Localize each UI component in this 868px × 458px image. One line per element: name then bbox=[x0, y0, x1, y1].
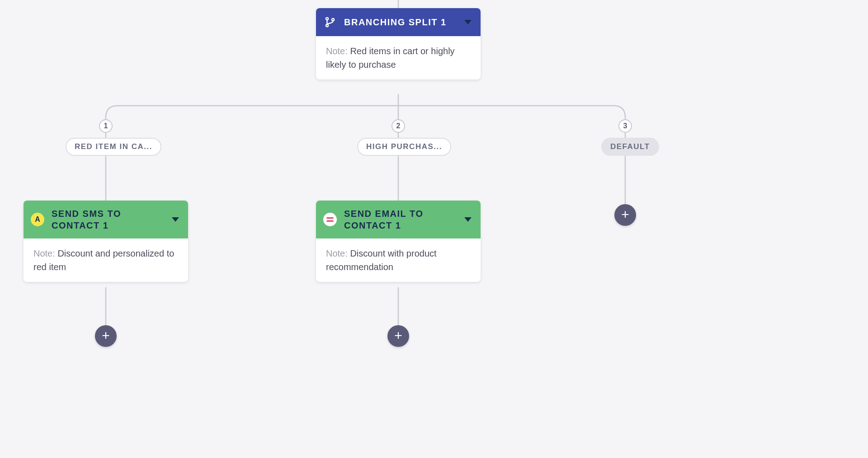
branch-icon bbox=[323, 15, 337, 29]
note-label: Note: bbox=[326, 248, 348, 258]
add-step-button[interactable] bbox=[387, 325, 409, 347]
svg-point-2 bbox=[332, 19, 334, 21]
branching-split-note: Note: Red items in cart or highly likely… bbox=[316, 36, 481, 79]
branch-condition-pill[interactable]: HIGH PURCHAS... bbox=[357, 138, 451, 156]
send-email-header[interactable]: SEND EMAIL TO CONTACT 1 bbox=[316, 201, 481, 238]
send-sms-node[interactable]: A SEND SMS TO CONTACT 1 Note: Discount a… bbox=[24, 201, 188, 282]
svg-point-0 bbox=[326, 18, 328, 20]
send-sms-header[interactable]: A SEND SMS TO CONTACT 1 bbox=[24, 201, 188, 238]
note-label: Note: bbox=[326, 46, 348, 56]
note-label: Note: bbox=[33, 248, 55, 258]
chevron-down-icon bbox=[464, 217, 472, 222]
branch-number-badge: 3 bbox=[618, 119, 632, 133]
chevron-down-icon bbox=[464, 20, 472, 24]
email-provider-icon bbox=[323, 213, 337, 226]
svg-rect-3 bbox=[327, 217, 334, 219]
send-sms-title: SEND SMS TO CONTACT 1 bbox=[52, 208, 165, 231]
add-step-button[interactable] bbox=[614, 204, 636, 226]
branching-split-node[interactable]: BRANCHING SPLIT 1 Note: Red items in car… bbox=[316, 8, 481, 79]
svg-point-1 bbox=[326, 24, 328, 27]
sms-provider-icon: A bbox=[31, 213, 44, 226]
svg-rect-4 bbox=[327, 220, 334, 222]
branching-split-title: BRANCHING SPLIT 1 bbox=[344, 16, 457, 28]
add-step-button[interactable] bbox=[95, 325, 117, 347]
send-sms-note: Note: Discount and personalized to red i… bbox=[24, 238, 188, 282]
chevron-down-icon bbox=[172, 217, 179, 222]
branching-split-header[interactable]: BRANCHING SPLIT 1 bbox=[316, 8, 481, 36]
workflow-canvas: BRANCHING SPLIT 1 Note: Red items in car… bbox=[0, 0, 689, 364]
send-email-node[interactable]: SEND EMAIL TO CONTACT 1 Note: Discount w… bbox=[316, 201, 481, 282]
branch-condition-pill[interactable]: RED ITEM IN CA... bbox=[66, 138, 161, 156]
branch-number-badge: 2 bbox=[392, 119, 405, 133]
branch-default-pill[interactable]: DEFAULT bbox=[601, 138, 659, 156]
send-email-note: Note: Discount with product recommendati… bbox=[316, 238, 481, 282]
branch-number-badge: 1 bbox=[99, 119, 113, 133]
send-email-title: SEND EMAIL TO CONTACT 1 bbox=[344, 208, 457, 231]
